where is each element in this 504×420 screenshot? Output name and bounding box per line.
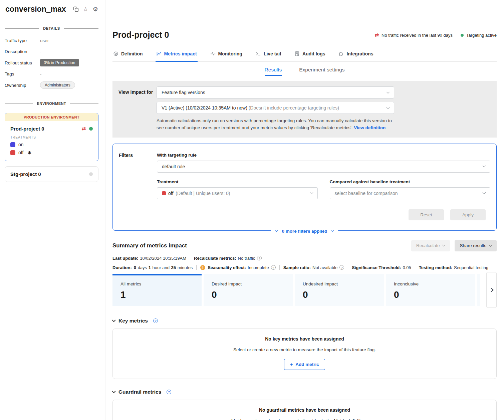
- sample-ratio-label: Sample ratio:: [283, 265, 311, 270]
- recalculate-button[interactable]: Recalculate: [411, 240, 450, 251]
- chevron-down-icon: [442, 243, 446, 247]
- apply-button[interactable]: Apply: [450, 209, 486, 220]
- summary-card-desired-impact[interactable]: Desired impact 0: [204, 274, 293, 306]
- treatment-row-off: off ∗: [10, 150, 93, 156]
- version-select[interactable]: V1 (Active) (10/02/2024 10:35AM to now) …: [157, 102, 394, 114]
- version-note: (Doesn't include percentage targeting ru…: [249, 105, 339, 111]
- separator: [279, 265, 280, 270]
- summary-card-label: All metrics: [120, 281, 202, 286]
- help-circle-icon[interactable]: ?: [339, 265, 344, 270]
- targeting-rule-value: default rule: [162, 164, 185, 169]
- ownership-pill[interactable]: Administrators: [40, 81, 75, 89]
- version-value: V1 (Active) (10/02/2024 10:35AM to now): [162, 105, 247, 111]
- view-impact-panel: View impact for Feature flag versions V1…: [112, 81, 497, 138]
- collapse-chevron-icon[interactable]: [112, 389, 115, 393]
- summary-title: Summary of metrics impact: [112, 242, 411, 249]
- help-circle-icon[interactable]: ?: [153, 319, 158, 323]
- seasonality-value: Incomplete: [248, 265, 269, 270]
- summary-card-all-metrics[interactable]: All metrics 1: [112, 274, 202, 306]
- baseline-label: Compared against baseline treatment: [330, 179, 491, 184]
- duration-hours-unit: hour and: [153, 265, 170, 270]
- testing-method-label: Testing method:: [419, 265, 452, 270]
- staging-environment-card[interactable]: Stg-project 0: [5, 166, 98, 182]
- chevron-down-icon: [331, 229, 334, 232]
- tab-label: Live tail: [264, 51, 281, 56]
- last-update-label: Last update:: [112, 256, 138, 261]
- more-filters-label: 0 more filters applied: [282, 229, 327, 234]
- summary-card-inconclusive[interactable]: Inconclusive 0: [386, 274, 475, 306]
- summary-card-value: 0: [303, 289, 384, 300]
- traffic-swap-icon: ⇄: [81, 126, 86, 132]
- detail-value: -: [40, 49, 42, 54]
- cards-next-button[interactable]: [486, 272, 497, 308]
- baseline-placeholder: select baseline for comparison: [335, 191, 398, 196]
- detail-label: Rollout status: [5, 60, 40, 65]
- baseline-select[interactable]: select baseline for comparison: [330, 187, 491, 199]
- tab-label: Audit logs: [302, 51, 325, 56]
- significance-value: 0.05: [403, 265, 411, 270]
- help-circle-icon[interactable]: ?: [257, 256, 262, 260]
- add-metric-label: Add metric: [295, 362, 319, 367]
- share-results-label: Share results: [460, 243, 486, 248]
- tab-label: Definition: [121, 51, 143, 56]
- summary-cards: All metrics 1 Desired impact 0 Undesired…: [112, 274, 497, 308]
- tab-live-tail[interactable]: Live tail: [255, 48, 282, 62]
- target-icon: [113, 51, 118, 56]
- help-circle-icon[interactable]: ?: [167, 390, 171, 394]
- more-filters-toggle[interactable]: 0 more filters applied: [271, 229, 338, 234]
- summary-card-label: Inconclusive: [394, 281, 475, 286]
- tab-definition[interactable]: Definition: [112, 48, 144, 62]
- details-heading: DETAILS: [43, 26, 60, 30]
- guardrail-empty-title: No guardrail metrics have been assigned: [119, 407, 490, 413]
- chevron-down-icon: [483, 191, 486, 194]
- tab-integrations[interactable]: Integrations: [338, 48, 374, 62]
- star-icon[interactable]: ☆: [83, 6, 88, 12]
- targeting-active-text: Targeting active: [466, 33, 497, 38]
- subtab-results[interactable]: Results: [265, 67, 282, 76]
- version-helper-text: Automatic calculations only run on versi…: [157, 118, 394, 132]
- treatment-label: Treatment: [157, 179, 318, 184]
- duration-hours-num: 1: [149, 265, 151, 270]
- last-update-value: 10/02/2024 10:35:19AM: [140, 256, 186, 261]
- subtab-experiment-settings[interactable]: Experiment settings: [299, 67, 344, 76]
- plus-icon: +: [290, 362, 293, 367]
- reset-button[interactable]: Reset: [409, 209, 444, 220]
- treatment-off-label: off: [18, 150, 23, 155]
- duration-value: 0 days 1 hour and 25 minutes: [134, 265, 193, 270]
- treatment-value: off: [168, 191, 173, 196]
- detail-label: Ownership: [5, 83, 40, 88]
- collapse-chevron-icon[interactable]: [112, 318, 115, 322]
- tab-metrics-impact[interactable]: Metrics impact: [156, 48, 198, 62]
- production-environment-name: Prod-project 0: [10, 126, 81, 132]
- treatment-note: (Default | Unique users: 0): [176, 191, 230, 196]
- tab-monitoring[interactable]: Monitoring: [210, 48, 243, 62]
- copy-icon[interactable]: [73, 6, 79, 12]
- treatment-select[interactable]: off (Default | Unique users: 0): [157, 187, 318, 199]
- tab-label: Monitoring: [218, 51, 242, 56]
- share-results-button[interactable]: Share results: [455, 240, 497, 251]
- production-environment-banner: PRODUCTION ENVIRONMENT: [5, 113, 98, 121]
- tab-audit-logs[interactable]: Audit logs: [294, 48, 326, 62]
- gear-icon[interactable]: ⚙: [93, 6, 98, 12]
- tab-bar: Definition Metrics impact Monitoring Liv…: [112, 48, 497, 62]
- impact-type-select[interactable]: Feature flag versions: [157, 86, 394, 98]
- environment-heading: ENVIRONMENT: [37, 101, 66, 106]
- view-impact-label: View impact for: [118, 86, 157, 132]
- key-metrics-title: Key metrics: [118, 318, 148, 324]
- chevron-down-icon: [387, 90, 390, 93]
- summary-card-value: 0: [394, 289, 475, 300]
- recalculate-label: Recalculate: [416, 243, 440, 248]
- help-circle-icon[interactable]: ?: [271, 265, 276, 270]
- targeting-rule-select[interactable]: default rule: [157, 161, 490, 173]
- production-environment-card[interactable]: PRODUCTION ENVIRONMENT Prod-project 0 ⇄ …: [5, 113, 98, 161]
- summary-card-undesired-impact[interactable]: Undesired impact 0: [295, 274, 384, 306]
- treatment-off-swatch: [10, 150, 15, 155]
- duration-days-unit: days: [138, 265, 147, 270]
- duration-label: Duration:: [112, 265, 132, 270]
- default-treatment-icon: ∗: [27, 150, 32, 156]
- view-definition-link[interactable]: View definition: [354, 125, 386, 130]
- summary-header: Summary of metrics impact Recalculate Sh…: [112, 240, 497, 251]
- add-metric-button[interactable]: + Add metric: [284, 359, 325, 370]
- filters-label: Filters: [119, 153, 157, 220]
- flag-title: conversion_max: [5, 5, 66, 14]
